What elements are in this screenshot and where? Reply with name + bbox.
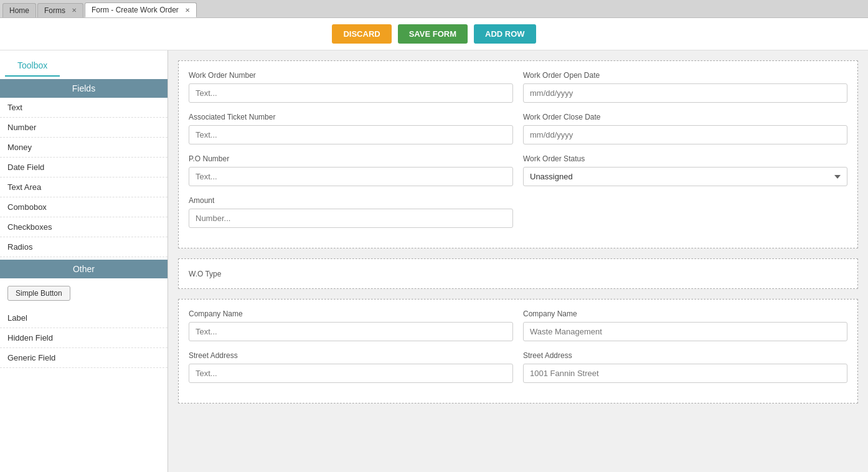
discard-button[interactable]: DISCARD (332, 24, 391, 44)
section1-right: Work Order Open Date Work Order Close Da… (523, 71, 847, 238)
toolbox-item-hidden-field[interactable]: Hidden Field (0, 328, 167, 348)
input-company-name-right[interactable] (523, 322, 847, 341)
input-associated-ticket[interactable] (189, 125, 513, 144)
section3-right: Company Name Street Address (523, 309, 847, 393)
input-close-date[interactable] (523, 125, 847, 144)
toolbox-item-money[interactable]: Money (0, 138, 167, 158)
label-wo-type: W.O Type (189, 270, 221, 278)
toolbox-item-datefield[interactable]: Date Field (0, 158, 167, 177)
label-company-name-right: Company Name (523, 309, 847, 318)
input-company-name-left[interactable] (189, 322, 513, 341)
field-company-name-right: Company Name (523, 309, 847, 341)
field-street-address-left: Street Address (189, 351, 513, 383)
toolbox-item-checkboxes[interactable]: Checkboxes (0, 217, 167, 237)
toolbox-item-generic-field[interactable]: Generic Field (0, 348, 167, 368)
field-close-date: Work Order Close Date (523, 113, 847, 144)
toolbox-item-radios[interactable]: Radios (0, 237, 167, 257)
tab-create-work-order[interactable]: Form - Create Work Order ✕ (85, 2, 197, 17)
label-open-date: Work Order Open Date (523, 71, 847, 80)
tab-bar: Home Forms ✕ Form - Create Work Order ✕ (0, 0, 868, 18)
other-header: Other (0, 260, 167, 278)
section1-left: Work Order Number Associated Ticket Numb… (189, 71, 513, 238)
label-street-address-left: Street Address (189, 351, 513, 360)
input-po-number[interactable] (189, 167, 513, 186)
tab-create-work-order-close[interactable]: ✕ (185, 7, 190, 14)
toolbox-tab[interactable]: Toolbox (5, 55, 60, 77)
tab-forms-close[interactable]: ✕ (72, 7, 77, 14)
toolbox-item-text[interactable]: Text (0, 98, 167, 118)
tab-forms-label: Forms (44, 6, 65, 15)
tab-forms[interactable]: Forms ✕ (37, 3, 83, 17)
field-amount: Amount (189, 196, 513, 228)
field-company-name-left: Company Name (189, 309, 513, 341)
tab-create-work-order-label: Form - Create Work Order (92, 6, 179, 14)
toolbox-item-label[interactable]: Label (0, 308, 167, 328)
field-work-order-number: Work Order Number (189, 71, 513, 103)
label-work-order-status: Work Order Status (523, 154, 847, 163)
label-po-number: P.O Number (189, 154, 513, 163)
label-amount: Amount (189, 196, 513, 205)
form-section-wo-type: W.O Type (178, 258, 858, 289)
save-form-button[interactable]: SAVE FORM (398, 24, 468, 44)
input-street-address-right[interactable] (523, 364, 847, 383)
input-work-order-number[interactable] (189, 83, 513, 103)
main-container: Toolbox Fields Text Number Money Date Fi… (0, 50, 868, 472)
toolbox-item-combobox[interactable]: Combobox (0, 197, 167, 217)
field-po-number: P.O Number (189, 154, 513, 186)
field-associated-ticket: Associated Ticket Number (189, 113, 513, 144)
tab-home[interactable]: Home (2, 3, 36, 17)
form-canvas: Work Order Number Associated Ticket Numb… (168, 50, 868, 472)
tab-home-label: Home (9, 6, 29, 15)
form-section-3: Company Name Street Address Company Name (178, 299, 858, 404)
field-open-date: Work Order Open Date (523, 71, 847, 103)
fields-header: Fields (0, 79, 167, 98)
label-close-date: Work Order Close Date (523, 113, 847, 121)
field-street-address-right: Street Address (523, 351, 847, 383)
add-row-button[interactable]: ADD ROW (474, 24, 536, 44)
toolbox-item-number[interactable]: Number (0, 118, 167, 138)
input-street-address-left[interactable] (189, 364, 513, 383)
section3-row: Company Name Street Address Company Name (189, 309, 847, 393)
label-associated-ticket: Associated Ticket Number (189, 113, 513, 121)
select-work-order-status[interactable]: Unassigned (523, 167, 847, 186)
label-street-address-right: Street Address (523, 351, 847, 360)
field-work-order-status: Work Order Status Unassigned (523, 154, 847, 186)
section3-left: Company Name Street Address (189, 309, 513, 393)
toolbox-panel: Toolbox Fields Text Number Money Date Fi… (0, 50, 168, 472)
input-open-date[interactable] (523, 83, 847, 103)
label-work-order-number: Work Order Number (189, 71, 513, 80)
label-company-name-left: Company Name (189, 309, 513, 318)
section1-row: Work Order Number Associated Ticket Numb… (189, 71, 847, 238)
input-amount[interactable] (189, 209, 513, 228)
form-section-1: Work Order Number Associated Ticket Numb… (178, 60, 858, 248)
toolbox-simple-button[interactable]: Simple Button (7, 286, 70, 301)
toolbar: DISCARD SAVE FORM ADD ROW (0, 18, 868, 50)
toolbox-item-textarea[interactable]: Text Area (0, 177, 167, 197)
